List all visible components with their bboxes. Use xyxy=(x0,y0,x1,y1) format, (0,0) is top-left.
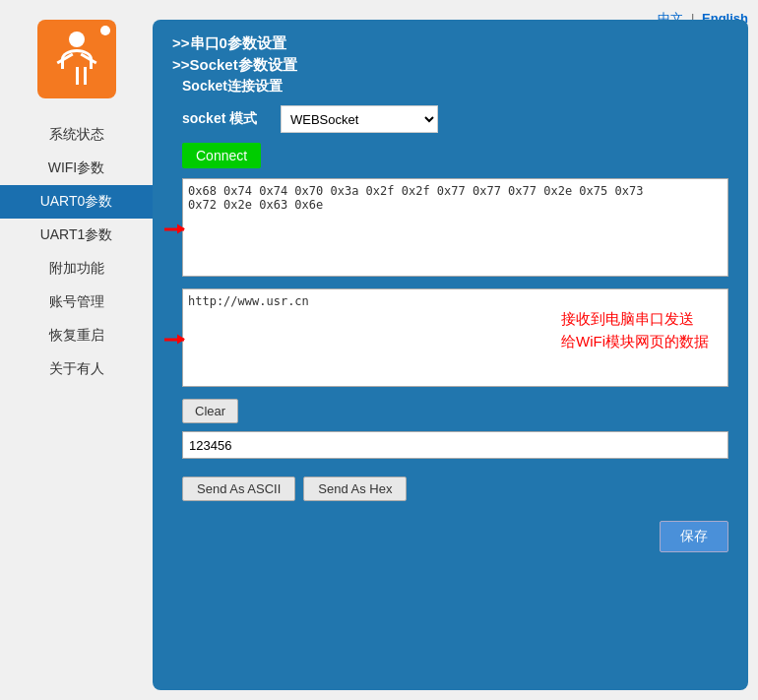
main-content: >>串口0参数设置 >>Socket参数设置 Socket连接设置 socket… xyxy=(153,20,748,690)
logo xyxy=(37,20,116,98)
bottom-bar: 保存 xyxy=(172,521,728,552)
clear-button[interactable]: Clear xyxy=(182,399,238,423)
message-input[interactable] xyxy=(182,431,728,459)
sidebar-item-uart0-params[interactable]: UART0参数 xyxy=(0,185,153,219)
logo-icon xyxy=(52,30,101,89)
nav-items: 系统状态 WIFI参数 UART0参数 UART1参数 附加功能 账号管理 恢复… xyxy=(0,118,153,386)
sidebar-item-extra-func[interactable]: 附加功能 xyxy=(0,252,153,286)
icon-legs xyxy=(76,67,79,85)
send-buttons-row: Send As ASCII Send As Hex xyxy=(182,477,728,501)
receive-arrow xyxy=(164,228,184,231)
receive-area-container xyxy=(182,178,728,281)
section-title-1: >>串口0参数设置 xyxy=(172,34,728,53)
sidebar-item-account-mgmt[interactable]: 账号管理 xyxy=(0,286,153,319)
sidebar-item-about[interactable]: 关于有人 xyxy=(0,352,153,386)
sidebar-item-uart1-params[interactable]: UART1参数 xyxy=(0,219,153,252)
send-hex-button[interactable]: Send As Hex xyxy=(303,477,407,501)
send-arrow xyxy=(164,339,184,342)
socket-mode-row: socket 模式 TCPServer TCPClient UDPServer … xyxy=(172,105,728,133)
send-textarea[interactable] xyxy=(182,288,728,387)
socket-mode-label: socket 模式 xyxy=(182,110,281,128)
sidebar-item-restore-reboot[interactable]: 恢复重启 xyxy=(0,319,153,352)
send-ascii-button[interactable]: Send As ASCII xyxy=(182,477,295,501)
icon-head xyxy=(69,32,85,47)
socket-mode-select[interactable]: TCPServer TCPClient UDPServer UDPClient … xyxy=(281,105,438,133)
section-title-2: >>Socket参数设置 xyxy=(172,56,728,75)
sub-section-title: Socket连接设置 xyxy=(182,78,728,95)
sidebar: 系统状态 WIFI参数 UART0参数 UART1参数 附加功能 账号管理 恢复… xyxy=(0,0,153,700)
sidebar-item-system-status[interactable]: 系统状态 xyxy=(0,118,153,152)
connect-button[interactable]: Connect xyxy=(182,143,261,168)
save-button[interactable]: 保存 xyxy=(660,521,728,552)
send-area-container: 接收到电脑串口发送 给WiFi模块网页的数据 xyxy=(182,288,728,391)
sidebar-item-wifi-params[interactable]: WIFI参数 xyxy=(0,152,153,185)
logo-dot xyxy=(100,26,110,35)
receive-textarea[interactable] xyxy=(182,178,728,277)
